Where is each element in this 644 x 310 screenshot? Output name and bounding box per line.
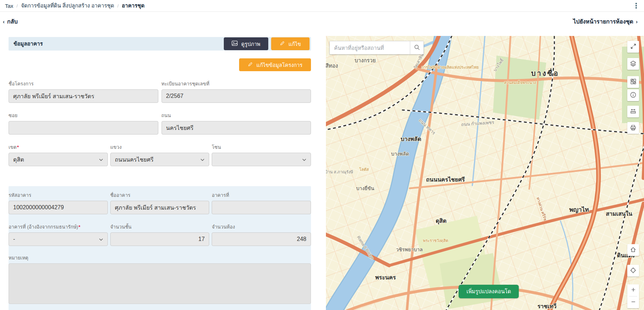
chevron-down-icon — [99, 236, 103, 242]
floors-field: จำนวนชั้น — [110, 223, 210, 246]
breadcrumb-separator: / — [117, 3, 119, 9]
subdistrict-select[interactable]: ถนนนครไชยศรี — [110, 153, 210, 166]
panel-header: ข้อมูลอาคาร ดูรูปภาพ — [9, 37, 311, 51]
condo-registration-input[interactable] — [162, 89, 311, 103]
locate-icon — [630, 267, 637, 275]
building-code-label: รหัสอาคาร — [9, 191, 108, 199]
chevron-down-icon — [200, 156, 205, 163]
rooms-input[interactable] — [212, 232, 311, 246]
nav-row: ‹ กลับ ไปยังหน้ารายการห้องชุด › — [0, 12, 644, 31]
rooms-field: จำนวนห้อง — [212, 223, 311, 246]
building-no-treasury-select[interactable]: - — [9, 232, 108, 246]
edit-button[interactable]: แก้ไข — [271, 37, 310, 50]
district-field: เขต* ดุสิต — [9, 143, 108, 166]
soi-label: ซอย — [9, 111, 158, 119]
info-icon — [630, 91, 637, 99]
floors-label: จำนวนชั้น — [110, 223, 210, 231]
plus-icon — [630, 287, 637, 294]
building-name-label: ชื่ออาคาร — [110, 191, 210, 199]
search-icon — [413, 44, 421, 52]
condo-registration-field: ทะเบียนอาคารชุดเลขที่ — [162, 80, 311, 103]
building-no-treasury-label: อาคารที่ (อ้างอิงจากกรมธนารักษ์)* — [9, 223, 108, 231]
building-name-input[interactable] — [110, 201, 210, 214]
back-button[interactable]: ‹ กลับ — [3, 17, 18, 26]
road-field: ถนน — [162, 111, 311, 135]
map-search-input[interactable] — [329, 41, 410, 54]
building-code-input[interactable] — [9, 201, 108, 214]
project-name-input[interactable] — [9, 89, 158, 103]
road-label: ถนน — [162, 111, 311, 119]
pencil-icon — [280, 41, 285, 47]
kebab-menu-icon[interactable] — [633, 2, 639, 9]
minus-icon — [630, 299, 637, 306]
main-content: ข้อมูลอาคาร ดูรูปภาพ — [0, 31, 644, 310]
zoom-controls — [627, 284, 639, 308]
subdistrict-field: แขวง ถนนนครไชยศรี — [110, 143, 210, 166]
breadcrumb: Tax / จัดการข้อมูลที่ดิน สิ่งปลูกสร้าง อ… — [5, 1, 144, 10]
map-controls-bottom — [627, 244, 639, 308]
map-controls-top — [627, 41, 639, 134]
expand-icon — [630, 43, 637, 51]
basemap-gallery-button[interactable] — [627, 76, 639, 88]
breadcrumb-item-manage[interactable]: จัดการข้อมูลที่ดิน สิ่งปลูกสร้าง อาคารชุ… — [21, 1, 114, 10]
building-no-label: อาคารที่ — [212, 191, 311, 199]
breadcrumb-separator: / — [16, 3, 18, 9]
pencil-icon — [248, 62, 253, 68]
building-no-treasury-field: อาคารที่ (อ้างอิงจากกรมธนารักษ์)* - — [9, 223, 108, 246]
subdistrict-label: แขวง — [110, 143, 210, 151]
road-input[interactable] — [162, 121, 311, 135]
edit-project-row: แก้ไขข้อมูลโครงการ — [9, 58, 311, 71]
panel-title: ข้อมูลอาคาร — [14, 40, 43, 48]
home-icon — [630, 246, 637, 254]
layers-icon — [630, 60, 637, 68]
expand-map-button[interactable] — [627, 41, 639, 53]
layers-button[interactable] — [627, 58, 639, 70]
view-images-button[interactable]: ดูรูปภาพ — [224, 37, 268, 50]
required-asterisk: * — [79, 224, 80, 230]
zone-label: โซน — [212, 143, 311, 151]
chevron-down-icon — [99, 156, 103, 163]
building-info-panel: ข้อมูลอาคาร ดูรูปภาพ — [9, 37, 311, 310]
remark-label: หมายเหตุ — [9, 254, 311, 262]
soi-field: ซอย — [9, 111, 158, 135]
building-no-field: อาคารที่ — [212, 191, 311, 214]
measure-icon — [630, 108, 637, 116]
print-button[interactable] — [627, 122, 639, 134]
top-bar: Tax / จัดการข้อมูลที่ดิน สิ่งปลูกสร้าง อ… — [0, 0, 644, 12]
home-extent-button[interactable] — [627, 244, 639, 256]
condo-registration-label: ทะเบียนอาคารชุดเลขที่ — [162, 80, 311, 88]
info-button[interactable] — [627, 89, 639, 101]
project-name-label: ชื่อโครงการ — [9, 80, 158, 88]
remark-textarea[interactable] — [9, 263, 311, 304]
map-panel[interactable]: บางสีทอง บางกรวย การไฟฟ้าฝ่ายผลิตแห่งประ… — [326, 36, 644, 310]
go-to-room-list-link[interactable]: ไปยังหน้ารายการห้องชุด › — [573, 17, 638, 26]
rooms-label: จำนวนห้อง — [212, 223, 311, 231]
image-icon — [232, 41, 238, 47]
remark-field: หมายเหตุ — [9, 254, 311, 305]
breadcrumb-item-current: อาคารชุด — [122, 1, 144, 10]
breadcrumb-item-tax[interactable]: Tax — [5, 3, 13, 9]
district-select[interactable]: ดุสิต — [9, 153, 108, 166]
edit-project-button[interactable]: แก้ไขข้อมูลโครงการ — [239, 58, 311, 71]
print-icon — [630, 124, 637, 132]
locate-button[interactable] — [627, 265, 639, 277]
measure-button[interactable] — [627, 106, 639, 117]
basemap-gallery-icon — [630, 78, 637, 86]
building-name-field: ชื่ออาคาร — [110, 191, 210, 214]
building-code-field: รหัสอาคาร — [9, 191, 108, 214]
required-asterisk: * — [17, 145, 19, 150]
map-image[interactable] — [326, 36, 644, 310]
zone-select[interactable] — [212, 153, 311, 166]
chevron-down-icon — [302, 156, 306, 163]
building-no-input[interactable] — [212, 201, 311, 214]
floors-input[interactable] — [110, 232, 210, 246]
chevron-left-icon: ‹ — [3, 19, 5, 25]
soi-input[interactable] — [9, 121, 158, 135]
district-label: เขต* — [9, 143, 108, 151]
project-name-field: ชื่อโครงการ — [9, 80, 158, 103]
map-search — [329, 41, 424, 54]
zoom-out-button[interactable] — [627, 296, 639, 308]
map-search-button[interactable] — [410, 41, 424, 54]
add-condo-plot-button[interactable]: เพิ่มรูปแปลงคอนโด — [459, 285, 519, 298]
zoom-in-button[interactable] — [627, 284, 639, 296]
